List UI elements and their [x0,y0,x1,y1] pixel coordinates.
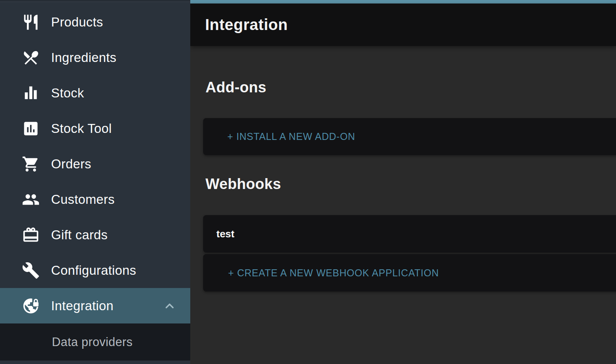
sidebar-item-products[interactable]: Products [0,4,190,40]
sidebar-subitem-label: Data providers [52,335,133,349]
sidebar-item-label: Gift cards [51,228,108,242]
sidebar-item-label: Integration [51,299,113,313]
sidebar-item-stock[interactable]: Stock [0,75,190,111]
restaurant-menu-icon [22,49,40,67]
wrench-icon [22,262,40,279]
sidebar-item-integration[interactable]: Integration [0,288,190,323]
sidebar-item-label: Ingredients [51,50,117,65]
install-addon-card: + INSTALL A NEW ADD-ON [203,118,616,155]
chevron-up-icon[interactable] [163,299,176,313]
webhooks-section-heading: Webhooks [205,176,281,193]
page-title: Integration [205,16,288,34]
sidebar-item-stock-tool[interactable]: Stock Tool [0,111,190,146]
bar-chart-icon [22,84,40,102]
people-icon [22,191,40,209]
webhook-app-row[interactable]: test [203,215,616,253]
sidebar-item-label: Stock Tool [51,121,112,136]
page-header: Integration [190,4,616,46]
restaurant-icon [22,13,40,31]
integration-submenu: Data providers [0,323,190,360]
sidebar-item-ingredients[interactable]: Ingredients [0,40,190,75]
sidebar-item-label: Customers [51,192,115,207]
sidebar-item-label: Orders [51,157,91,171]
shopping-cart-icon [22,155,40,173]
assessment-icon [22,120,40,138]
gift-card-icon [22,226,40,244]
sidebar-item-label: Products [51,15,103,30]
sidebar: Products Ingredients Stock Stock Tool [0,0,190,364]
sidebar-item-gift-cards[interactable]: Gift cards [0,217,190,253]
sidebar-subitem-data-providers[interactable]: Data providers [0,323,190,360]
sidebar-item-customers[interactable]: Customers [0,182,190,217]
install-addon-button[interactable]: + INSTALL A NEW ADD-ON [203,131,355,142]
sidebar-item-label: Stock [51,86,84,101]
sidebar-nav: Products Ingredients Stock Stock Tool [0,4,190,360]
webhook-app-name: test [203,228,234,240]
sidebar-item-configurations[interactable]: Configurations [0,253,190,288]
addons-section-heading: Add-ons [205,79,266,96]
create-webhook-button[interactable]: + CREATE A NEW WEBHOOK APPLICATION [203,267,439,279]
sidebar-top-divider [0,0,190,2]
create-webhook-card: + CREATE A NEW WEBHOOK APPLICATION [203,254,616,292]
globe-lock-icon [22,297,40,315]
sidebar-item-orders[interactable]: Orders [0,146,190,182]
main-content: Integration Add-ons + INSTALL A NEW ADD-… [190,0,616,364]
top-accent-bar [190,0,616,4]
sidebar-item-label: Configurations [51,263,136,278]
app-window: Products Ingredients Stock Stock Tool [0,0,616,364]
